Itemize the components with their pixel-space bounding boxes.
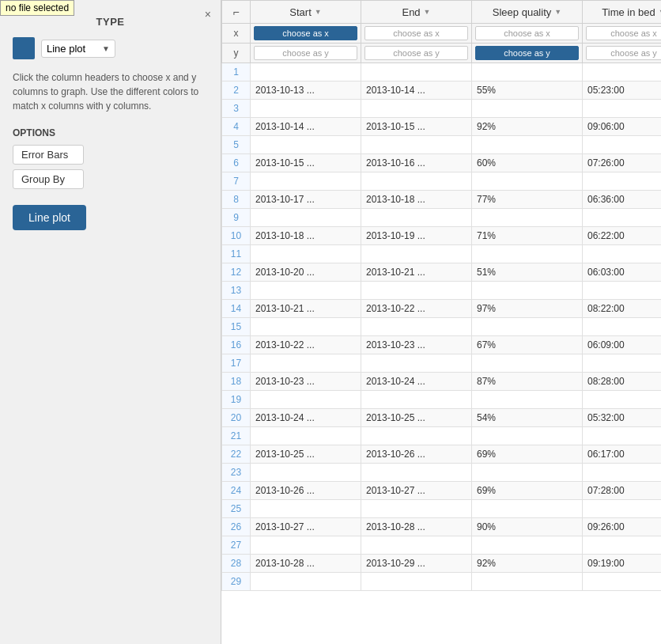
cell-end: 2013-10-25 ... xyxy=(361,409,472,427)
cell-start: 2013-10-18 ... xyxy=(251,227,361,245)
cell-start xyxy=(251,464,361,482)
table-row: 15 xyxy=(222,318,662,336)
cell-end xyxy=(361,209,472,227)
row-num-cell: 9 xyxy=(222,209,251,227)
table-row: 25 xyxy=(222,500,662,518)
table-row: 22013-10-13 ...2013-10-14 ...55%05:23:00 xyxy=(222,81,662,100)
table-row: 142013-10-21 ...2013-10-22 ...97%08:22:0… xyxy=(222,300,662,318)
table-header-row-1: ⌐ Start ▼ End ▼ Sleep quality xyxy=(222,1,662,24)
cell-end: 2013-10-21 ... xyxy=(361,263,472,282)
choose-x-end-button[interactable]: choose as x xyxy=(364,26,468,40)
cell-start: 2013-10-21 ... xyxy=(251,300,361,318)
cell-time_in_bed xyxy=(583,573,662,591)
cell-end xyxy=(361,391,472,409)
cell-end: 2013-10-14 ... xyxy=(361,81,472,100)
options-buttons: Error Bars Group By xyxy=(13,145,208,189)
cell-start xyxy=(251,354,361,373)
cell-end: 2013-10-23 ... xyxy=(361,336,472,354)
cell-start xyxy=(251,391,361,409)
table-row: 82013-10-17 ...2013-10-18 ...77%06:36:00 xyxy=(222,191,662,209)
choose-x-timeinbed-button[interactable]: choose as x xyxy=(586,26,661,40)
cell-time_in_bed: 08:22:00 xyxy=(583,300,662,318)
cell-sleep_quality: 97% xyxy=(472,300,583,318)
col-end-label: End xyxy=(402,6,420,18)
row-num-cell: 26 xyxy=(222,518,251,536)
row-num-cell: 23 xyxy=(222,464,251,482)
choose-y-timeinbed-button[interactable]: choose as y xyxy=(586,46,661,60)
col-header-end[interactable]: End ▼ xyxy=(361,1,472,24)
row-num-cell: 22 xyxy=(222,445,251,464)
cell-time_in_bed xyxy=(583,63,662,81)
close-button[interactable]: × xyxy=(205,8,211,21)
left-panel: × TYPE Line plot Bar chart Scatter plot … xyxy=(0,0,221,644)
col-header-sleep[interactable]: Sleep quality ▼ xyxy=(472,1,583,24)
table-row: 21 xyxy=(222,427,662,445)
cell-time_in_bed: 06:17:00 xyxy=(583,445,662,464)
cell-end xyxy=(361,354,472,373)
table-row: 7 xyxy=(222,172,662,191)
cell-time_in_bed: 09:06:00 xyxy=(583,118,662,136)
cell-start xyxy=(251,318,361,336)
group-by-button[interactable]: Group By xyxy=(13,169,84,189)
cell-end: 2013-10-27 ... xyxy=(361,482,472,500)
table-row: 19 xyxy=(222,391,662,409)
choose-x-sleep-button[interactable]: choose as x xyxy=(475,26,579,40)
cell-sleep_quality: 67% xyxy=(472,336,583,354)
choose-x-start-button[interactable]: choose as x xyxy=(254,26,357,40)
row-num-cell: 3 xyxy=(222,100,251,118)
cell-time_in_bed xyxy=(583,136,662,154)
cell-time_in_bed xyxy=(583,354,662,373)
cell-start: 2013-10-22 ... xyxy=(251,336,361,354)
col-header-start[interactable]: Start ▼ xyxy=(251,1,361,24)
cell-sleep_quality: 54% xyxy=(472,409,583,427)
table-row: 42013-10-14 ...2013-10-15 ...92%09:06:00 xyxy=(222,118,662,136)
cell-end: 2013-10-16 ... xyxy=(361,154,472,172)
col-start-label: Start xyxy=(289,6,311,18)
row-num-cell: 17 xyxy=(222,354,251,373)
table-row: 1 xyxy=(222,63,662,81)
cell-sleep_quality: 69% xyxy=(472,445,583,464)
type-select[interactable]: Line plot Bar chart Scatter plot Histogr… xyxy=(47,43,99,55)
cell-end xyxy=(361,136,472,154)
table-row: 102013-10-18 ...2013-10-19 ...71%06:22:0… xyxy=(222,227,662,245)
table-row: 17 xyxy=(222,354,662,373)
cell-end xyxy=(361,245,472,263)
cell-time_in_bed: 05:32:00 xyxy=(583,409,662,427)
cell-sleep_quality xyxy=(472,464,583,482)
right-panel: ⌐ Start ▼ End ▼ Sleep quality xyxy=(221,0,661,644)
col-timeinbed-label: Time in bed xyxy=(602,6,655,18)
cell-end: 2013-10-22 ... xyxy=(361,300,472,318)
choose-x-end-cell: choose as x xyxy=(361,24,472,44)
choose-y-sleep-button[interactable]: choose as y xyxy=(475,46,579,60)
table-row: 262013-10-27 ...2013-10-28 ...90%09:26:0… xyxy=(222,518,662,536)
cell-end xyxy=(361,63,472,81)
cell-start xyxy=(251,500,361,518)
cell-end: 2013-10-19 ... xyxy=(361,227,472,245)
x-label: x xyxy=(222,24,251,44)
cell-start: 2013-10-13 ... xyxy=(251,81,361,100)
dropdown-arrow-icon: ▼ xyxy=(102,44,110,53)
corner-cell: ⌐ xyxy=(222,1,251,24)
plot-button[interactable]: Line plot xyxy=(13,205,86,230)
cell-start: 2013-10-24 ... xyxy=(251,409,361,427)
cell-end xyxy=(361,318,472,336)
cell-sleep_quality xyxy=(472,500,583,518)
row-num-cell: 1 xyxy=(222,63,251,81)
cell-end: 2013-10-29 ... xyxy=(361,555,472,573)
cell-sleep_quality: 51% xyxy=(472,263,583,282)
cell-sleep_quality: 92% xyxy=(472,555,583,573)
choose-y-start-button[interactable]: choose as y xyxy=(254,46,357,60)
cell-start xyxy=(251,536,361,555)
cell-sleep_quality: 87% xyxy=(472,373,583,391)
table-row: 23 xyxy=(222,464,662,482)
table-row: 222013-10-25 ...2013-10-26 ...69%06:17:0… xyxy=(222,445,662,464)
cell-start: 2013-10-15 ... xyxy=(251,154,361,172)
row-num-cell: 29 xyxy=(222,573,251,591)
col-header-timeinbed[interactable]: Time in bed ▼ xyxy=(583,1,662,24)
cell-start xyxy=(251,209,361,227)
choose-y-end-button[interactable]: choose as y xyxy=(364,46,468,60)
type-select-wrapper[interactable]: Line plot Bar chart Scatter plot Histogr… xyxy=(41,40,115,58)
row-num-cell: 5 xyxy=(222,136,251,154)
cell-sleep_quality xyxy=(472,63,583,81)
error-bars-button[interactable]: Error Bars xyxy=(13,145,84,165)
